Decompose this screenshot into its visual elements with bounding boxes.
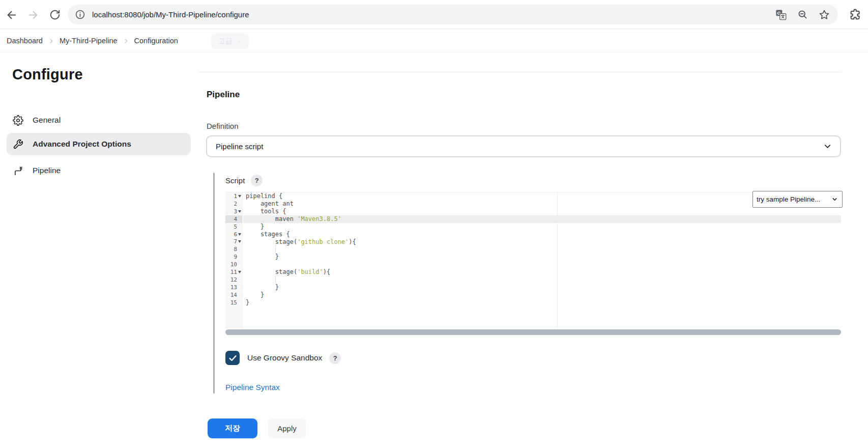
definition-label: Definition	[207, 122, 239, 130]
line-number: 15	[230, 299, 237, 306]
fold-spacer	[237, 262, 242, 268]
breadcrumb-item-configuration[interactable]: Configuration	[134, 37, 178, 45]
site-info-icon[interactable]	[75, 9, 85, 20]
sidebar-item-advanced-project-options[interactable]: Advanced Project Options	[7, 133, 191, 155]
url-text[interactable]: localhost:8080/job/My-Third-Pipeline/con…	[92, 10, 249, 19]
fold-spacer	[237, 285, 242, 291]
line-number: 9	[234, 254, 237, 260]
section-divider	[198, 72, 842, 72]
config-section-menu: General Advanced Project Options Pipelin…	[7, 109, 191, 183]
breadcrumb-item-dashboard[interactable]: Dashboard	[7, 37, 43, 45]
code-line[interactable]: }	[243, 284, 841, 291]
fold-spacer	[237, 254, 242, 260]
indent-guide	[275, 276, 276, 283]
line-number: 6	[234, 231, 237, 238]
fold-arrow-icon[interactable]	[237, 239, 242, 245]
page-title: Configure	[12, 66, 83, 83]
sidebar-item-label: General	[33, 116, 61, 125]
translate-icon[interactable]: G	[775, 9, 787, 20]
use-groovy-sandbox-checkbox[interactable]	[225, 351, 240, 365]
sandbox-help-button[interactable]: ?	[329, 352, 341, 364]
fold-spacer	[237, 299, 242, 305]
line-number: 7	[234, 238, 237, 245]
code-line[interactable]: maven 'Maven3.8.5'	[243, 215, 841, 223]
indent-guide	[275, 245, 276, 253]
jenkins-configure-page: localhost:8080/job/My-Third-Pipeline/con…	[0, 0, 868, 447]
reload-icon[interactable]	[49, 9, 61, 21]
definition-select[interactable]: Pipeline script	[206, 135, 841, 157]
line-number: 3	[234, 208, 237, 215]
forward-icon[interactable]	[27, 9, 39, 21]
zoom-out-icon[interactable]	[797, 9, 808, 20]
browser-toolbar: localhost:8080/job/My-Third-Pipeline/con…	[0, 0, 868, 29]
script-label: Script	[225, 176, 245, 185]
script-row: Script ?	[225, 175, 263, 186]
sidebar-item-label: Pipeline	[33, 166, 61, 175]
url-actions: G	[775, 5, 830, 24]
line-number: 10	[230, 261, 237, 268]
gear-icon	[13, 115, 23, 126]
use-groovy-sandbox-label: Use Groovy Sandbox	[247, 353, 322, 362]
code-line[interactable]: stages {	[243, 231, 841, 238]
check-icon	[228, 353, 238, 363]
back-icon[interactable]	[5, 9, 17, 21]
fold-spacer	[237, 201, 242, 207]
wrench-icon	[13, 139, 23, 150]
code-line[interactable]: }	[243, 299, 841, 306]
line-number: 5	[234, 224, 237, 230]
apply-button[interactable]: Apply	[268, 418, 306, 438]
sidebar-item-general[interactable]: General	[7, 109, 191, 131]
code-line[interactable]	[243, 245, 841, 253]
breadcrumb: Dashboard My-Third-Pipeline Configuratio…	[0, 30, 868, 52]
ghost-advanced-button: 고급	[211, 33, 249, 49]
code-line[interactable]: }	[243, 291, 841, 299]
sidebar-item-pipeline[interactable]: Pipeline	[7, 159, 191, 182]
fold-arrow-icon[interactable]	[237, 269, 242, 275]
pipeline-script-editor[interactable]: 123456789101112131415 pipelind { agent a…	[225, 192, 841, 328]
fold-spacer	[237, 216, 242, 222]
sidebar-item-label: Advanced Project Options	[33, 139, 131, 149]
fold-spacer	[237, 224, 242, 230]
gutter-lines: 123456789101112131415	[225, 192, 243, 328]
code-line[interactable]: stage('github clone'){	[243, 238, 841, 246]
fold-spacer	[237, 277, 242, 283]
line-number: 13	[230, 284, 237, 291]
code-lines[interactable]: pipelind { agent ant tools { maven 'Mave…	[243, 192, 841, 328]
line-number: 2	[234, 201, 237, 207]
code-line[interactable]: agent ant	[243, 200, 841, 208]
chevron-right-icon	[48, 38, 54, 44]
pipeline-section-title: Pipeline	[207, 90, 240, 100]
ghost-advanced-label: 고급	[218, 37, 233, 46]
script-help-button[interactable]: ?	[251, 175, 263, 186]
pipeline-icon	[13, 165, 23, 176]
chevron-down-icon	[823, 142, 832, 151]
code-line[interactable]: }	[243, 223, 841, 231]
code-line[interactable]: }	[243, 253, 841, 261]
code-line[interactable]: pipelind {	[243, 192, 841, 200]
line-number: 14	[230, 292, 237, 298]
script-section-rule	[213, 173, 215, 394]
line-number: 8	[234, 246, 237, 253]
fold-arrow-icon[interactable]	[237, 231, 242, 237]
bookmark-star-icon[interactable]	[819, 9, 830, 20]
definition-select-value: Pipeline script	[216, 142, 263, 151]
code-line[interactable]: stage('build'){	[243, 268, 841, 276]
line-number: 11	[230, 269, 237, 275]
code-line[interactable]	[243, 261, 841, 268]
fold-spacer	[237, 292, 242, 298]
code-line[interactable]	[243, 276, 841, 284]
fold-arrow-icon[interactable]	[237, 193, 242, 199]
code-line[interactable]: tools {	[243, 208, 841, 215]
extensions-icon[interactable]	[849, 8, 861, 21]
chevron-right-icon	[123, 38, 129, 44]
pipeline-syntax-link[interactable]: Pipeline Syntax	[225, 383, 280, 392]
editor-horizontal-scrollbar[interactable]	[225, 329, 841, 335]
fold-arrow-icon[interactable]	[237, 208, 242, 214]
line-number: 12	[230, 276, 237, 283]
sample-pipeline-select-value: try sample Pipeline...	[757, 195, 820, 203]
url-bar[interactable]: localhost:8080/job/My-Third-Pipeline/con…	[68, 5, 838, 24]
save-button[interactable]: 저장	[208, 418, 257, 438]
breadcrumb-item-job[interactable]: My-Third-Pipeline	[60, 37, 118, 45]
sample-pipeline-select[interactable]: try sample Pipeline...	[753, 191, 843, 208]
sandbox-row: Use Groovy Sandbox ?	[225, 351, 341, 365]
